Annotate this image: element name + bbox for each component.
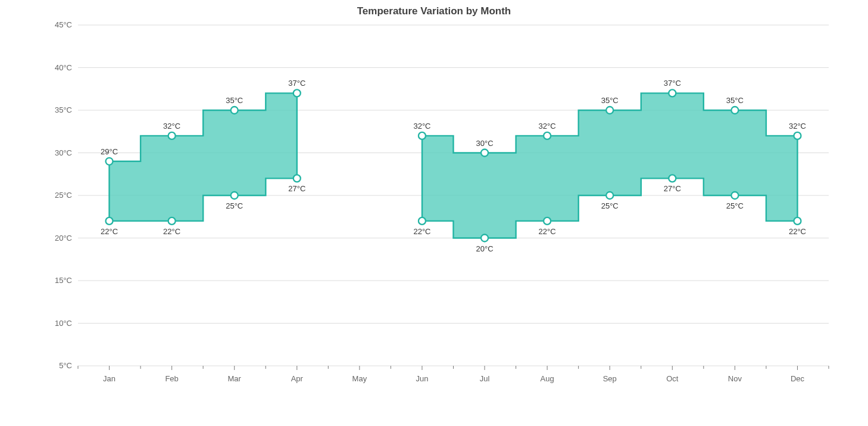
- high-marker[interactable]: [731, 107, 738, 114]
- high-marker[interactable]: [794, 132, 801, 139]
- y-tick-label: 40°C: [55, 63, 72, 72]
- chart-title: Temperature Variation by Month: [0, 5, 868, 17]
- high-marker[interactable]: [481, 150, 488, 157]
- low-marker[interactable]: [794, 217, 801, 225]
- low-value-label: 22°C: [101, 227, 118, 236]
- y-tick-label: 5°C: [59, 361, 72, 370]
- y-tick-label: 10°C: [55, 319, 72, 328]
- chart-canvas: 5°C10°C15°C20°C25°C30°C35°C40°C45°CJanFe…: [0, 0, 868, 426]
- high-marker[interactable]: [168, 132, 176, 139]
- low-value-label: 22°C: [539, 227, 556, 236]
- x-tick-label: Aug: [541, 374, 554, 383]
- high-value-label: 35°C: [601, 96, 619, 105]
- high-value-label: 32°C: [539, 122, 556, 130]
- range-area: [422, 93, 798, 238]
- high-value-label: 29°C: [101, 147, 118, 156]
- y-tick-label: 45°C: [55, 20, 72, 29]
- low-value-label: 27°C: [664, 184, 681, 193]
- x-tick-label: Dec: [791, 374, 805, 383]
- low-marker[interactable]: [544, 217, 551, 225]
- low-marker[interactable]: [606, 192, 613, 199]
- low-value-label: 25°C: [601, 201, 619, 210]
- high-marker[interactable]: [669, 89, 676, 97]
- high-marker[interactable]: [106, 158, 113, 165]
- low-value-label: 25°C: [226, 201, 243, 210]
- low-marker[interactable]: [106, 217, 113, 225]
- high-value-label: 30°C: [476, 139, 494, 148]
- temperature-range-chart: Temperature Variation by Month 5°C10°C15…: [0, 0, 868, 426]
- high-value-label: 35°C: [226, 96, 243, 105]
- high-marker[interactable]: [606, 107, 613, 114]
- high-value-label: 37°C: [288, 79, 305, 88]
- high-marker[interactable]: [544, 132, 551, 139]
- low-value-label: 25°C: [726, 201, 744, 210]
- x-tick-label: Sep: [603, 374, 617, 383]
- high-marker[interactable]: [419, 132, 426, 139]
- y-tick-label: 30°C: [55, 148, 72, 157]
- low-marker[interactable]: [669, 175, 676, 182]
- high-value-label: 37°C: [664, 79, 681, 88]
- low-marker[interactable]: [231, 192, 238, 199]
- high-marker[interactable]: [294, 89, 301, 97]
- low-value-label: 22°C: [163, 227, 180, 236]
- x-tick-label: Mar: [228, 374, 242, 383]
- x-tick-label: Oct: [666, 374, 679, 383]
- high-value-label: 35°C: [726, 96, 744, 105]
- low-value-label: 22°C: [789, 227, 806, 236]
- y-tick-label: 20°C: [55, 234, 72, 242]
- x-tick-label: Feb: [165, 374, 178, 383]
- y-tick-label: 15°C: [55, 276, 72, 285]
- low-marker[interactable]: [481, 235, 488, 242]
- low-marker[interactable]: [419, 217, 426, 225]
- x-tick-label: Apr: [291, 374, 304, 383]
- low-value-label: 20°C: [476, 244, 494, 253]
- x-tick-label: Jan: [103, 374, 115, 383]
- y-tick-label: 35°C: [55, 105, 72, 114]
- high-value-label: 32°C: [789, 122, 806, 130]
- low-marker[interactable]: [294, 175, 301, 182]
- low-marker[interactable]: [168, 217, 176, 225]
- x-tick-label: Jun: [416, 374, 428, 383]
- low-marker[interactable]: [731, 192, 738, 199]
- low-value-label: 27°C: [288, 184, 305, 193]
- x-tick-label: May: [352, 374, 367, 383]
- high-value-label: 32°C: [413, 122, 430, 130]
- high-value-label: 32°C: [163, 122, 180, 130]
- x-tick-label: Nov: [728, 374, 742, 383]
- y-tick-label: 25°C: [55, 191, 72, 200]
- low-value-label: 22°C: [413, 227, 430, 236]
- high-marker[interactable]: [231, 107, 238, 114]
- x-tick-label: Jul: [480, 374, 490, 383]
